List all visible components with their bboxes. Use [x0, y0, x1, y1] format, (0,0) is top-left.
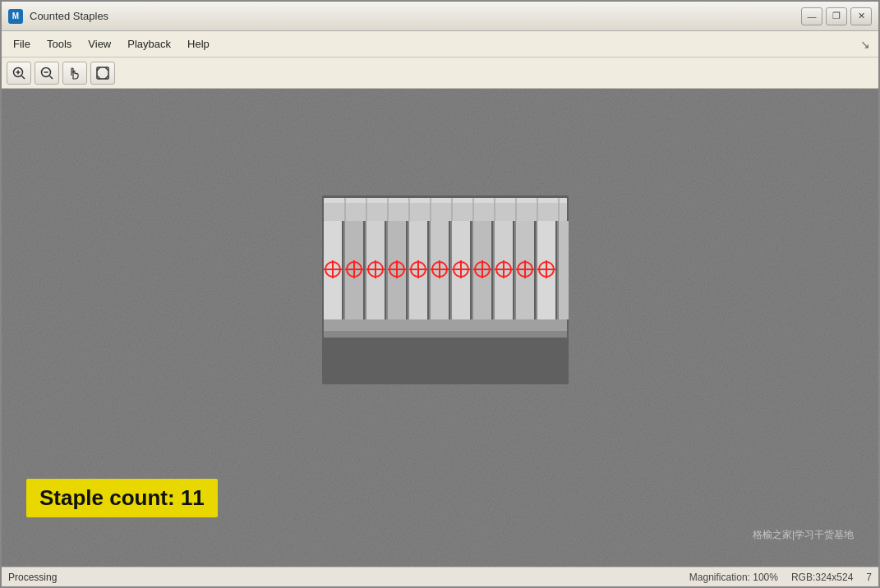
menu-arrow: ↘	[860, 38, 875, 51]
window-title: Counted Staples	[30, 10, 108, 22]
menu-view[interactable]: View	[80, 34, 119, 53]
svg-rect-21	[429, 221, 431, 319]
svg-rect-31	[536, 221, 537, 319]
toolbar	[2, 57, 878, 89]
pan-button[interactable]	[62, 62, 87, 85]
menu-bar: File Tools View Playback Help ↘	[2, 31, 878, 57]
main-window: M Counted Staples — ❐ ✕ File Tools View …	[0, 0, 880, 588]
status-right: Magnification: 100% RGB:324x524 7	[689, 572, 872, 583]
staple-count-text: Staple count: 11	[39, 485, 205, 510]
pan-icon	[67, 66, 82, 80]
fit-button[interactable]	[90, 62, 115, 85]
svg-rect-13	[343, 221, 345, 319]
status-number: 7	[866, 572, 872, 583]
status-bar: Processing Magnification: 100% RGB:324x5…	[2, 567, 878, 586]
svg-rect-15	[365, 221, 366, 319]
count-overlay: Staple count: 11	[26, 479, 218, 517]
svg-line-5	[50, 76, 53, 79]
svg-rect-25	[472, 221, 473, 319]
status-processing: Processing	[8, 572, 57, 583]
svg-rect-17	[386, 221, 388, 319]
title-bar-left: M Counted Staples	[8, 9, 108, 24]
status-magnification: Magnification: 100%	[689, 572, 778, 583]
svg-rect-37	[324, 198, 567, 203]
zoom-out-button[interactable]	[35, 62, 59, 85]
menu-playback[interactable]: Playback	[119, 34, 179, 53]
svg-rect-34	[559, 221, 569, 319]
restore-button[interactable]: ❐	[826, 7, 847, 25]
image-area: Staple count: 11 格榆之家|学习干货基地	[2, 89, 878, 567]
svg-rect-33	[557, 221, 559, 319]
app-icon: M	[8, 9, 23, 24]
zoom-out-icon	[39, 66, 54, 80]
zoom-in-button[interactable]	[7, 62, 31, 85]
close-button[interactable]: ✕	[850, 7, 872, 25]
svg-rect-19	[408, 221, 409, 319]
title-bar: M Counted Staples — ❐ ✕	[2, 2, 878, 31]
svg-rect-36	[324, 331, 567, 338]
svg-line-1	[22, 76, 25, 79]
svg-rect-23	[450, 221, 452, 319]
zoom-in-icon	[12, 66, 26, 80]
minimize-button[interactable]: —	[801, 7, 822, 25]
svg-rect-27	[493, 221, 495, 319]
menu-tools[interactable]: Tools	[39, 34, 80, 53]
menu-file[interactable]: File	[5, 34, 39, 53]
staple-markers	[324, 260, 555, 278]
fit-icon	[95, 66, 110, 80]
title-bar-buttons: — ❐ ✕	[801, 7, 872, 25]
menu-help[interactable]: Help	[179, 34, 218, 53]
svg-rect-29	[514, 221, 516, 319]
status-rgb: RGB:324x524	[791, 572, 853, 583]
